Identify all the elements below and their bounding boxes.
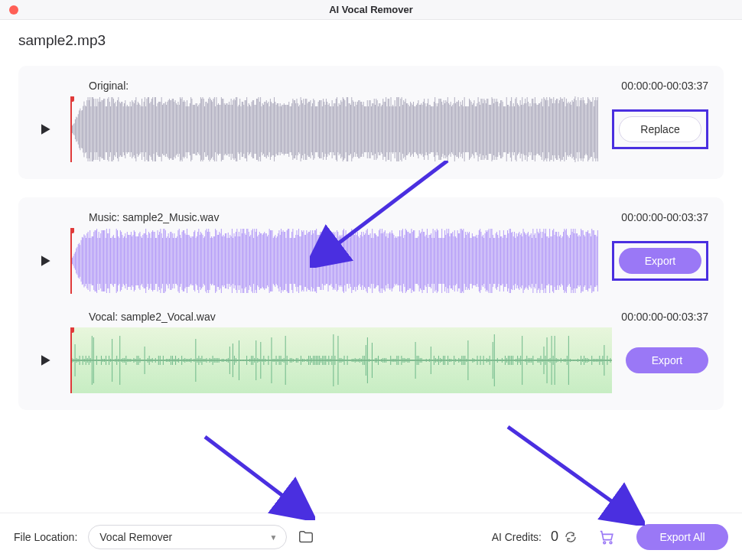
waveform[interactable]	[70, 228, 598, 294]
button-label: Replace	[640, 123, 679, 135]
svg-point-1429	[604, 541, 606, 543]
export-all-button[interactable]: Export All	[636, 524, 728, 550]
annotation-arrow	[200, 432, 315, 520]
track-time: 00:00:00-00:03:37	[621, 80, 708, 92]
current-filename: sample2.mp3	[18, 32, 724, 49]
file-location-value: Vocal Remover	[99, 531, 172, 543]
svg-line-1433	[508, 427, 630, 514]
ai-credits: AI Credits: 0	[492, 529, 577, 545]
annotation-arrow	[503, 422, 645, 526]
annotation-highlight: Replace	[612, 109, 708, 149]
export-all-label: Export All	[659, 531, 705, 543]
cart-icon[interactable]	[598, 529, 615, 545]
play-button[interactable]	[34, 249, 57, 272]
play-icon	[37, 122, 53, 137]
track-time: 00:00:00-00:03:37	[621, 311, 708, 323]
button-label: Export	[652, 354, 682, 366]
track-card: Original:00:00:00-00:03:37Replace	[18, 66, 724, 179]
export-button[interactable]: Export	[626, 347, 708, 373]
window-titlebar: AI Vocal Remover	[0, 0, 742, 20]
playhead[interactable]	[70, 327, 72, 393]
ai-credits-value: 0	[551, 529, 558, 545]
open-folder-icon[interactable]	[298, 529, 314, 545]
window-title: AI Vocal Remover	[0, 4, 742, 15]
playhead[interactable]	[70, 96, 72, 162]
play-icon	[37, 253, 53, 269]
button-label: Export	[645, 255, 675, 267]
play-button[interactable]	[34, 118, 57, 141]
track-label: Original:	[89, 80, 129, 92]
track-label: Vocal: sample2_Vocal.wav	[89, 311, 216, 323]
waveform[interactable]	[70, 96, 598, 162]
track-label: Music: sample2_Music.wav	[89, 211, 219, 223]
export-button[interactable]: Export	[619, 248, 701, 274]
track-time: 00:00:00-00:03:37	[621, 211, 708, 223]
playhead[interactable]	[70, 228, 72, 294]
play-button[interactable]	[34, 349, 57, 372]
close-window-dot[interactable]	[9, 5, 18, 15]
track-card: Music: sample2_Music.wav00:00:00-00:03:3…	[18, 197, 724, 410]
svg-line-1432	[205, 437, 300, 509]
chevron-down-icon: ▼	[269, 532, 277, 541]
svg-point-1430	[610, 541, 612, 543]
file-location-label: File Location:	[14, 531, 77, 543]
ai-credits-label: AI Credits:	[492, 531, 542, 543]
refresh-icon[interactable]	[565, 531, 577, 543]
file-location-dropdown[interactable]: Vocal Remover ▼	[88, 525, 287, 549]
replace-button[interactable]: Replace	[619, 116, 701, 142]
footer-bar: File Location: Vocal Remover ▼ AI Credit…	[0, 513, 742, 560]
play-icon	[37, 353, 53, 368]
annotation-highlight: Export	[612, 241, 708, 281]
waveform[interactable]	[70, 327, 612, 393]
